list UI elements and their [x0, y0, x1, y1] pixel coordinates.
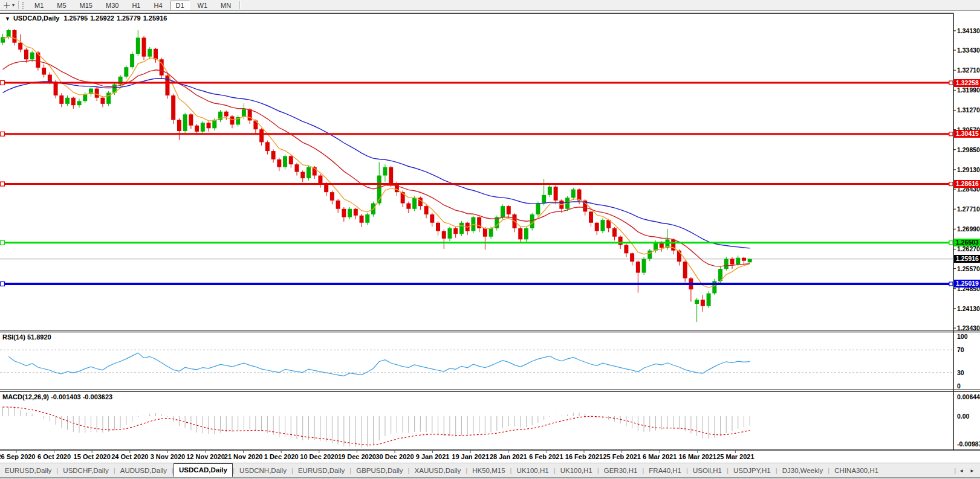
price-axis-label: 1.26270: [957, 245, 980, 252]
candle: [253, 120, 258, 133]
candle: [277, 158, 281, 171]
candle: [518, 227, 522, 243]
candle: [65, 95, 70, 106]
rsi-axis-label: 30: [957, 369, 964, 376]
candle: [595, 222, 599, 235]
candle: [106, 91, 111, 106]
macd-axis-label: 0.00: [957, 413, 969, 420]
candle: [600, 218, 605, 233]
tab-scroll-left-icon[interactable]: ◄: [956, 467, 967, 475]
candle: [671, 239, 675, 255]
candle: [430, 213, 434, 227]
candle: [689, 277, 693, 301]
price-level-badge: 1.30415: [954, 130, 980, 138]
symbol-tab-dj30[interactable]: DJ30,Weekly: [777, 464, 828, 477]
level-line-handle[interactable]: [1, 240, 5, 245]
price-axis-label: 1.29130: [957, 166, 980, 173]
candle: [624, 244, 628, 257]
macd-axis-label: 0.006444: [957, 393, 980, 400]
symbol-tab-ger30[interactable]: GER30,H1: [599, 464, 643, 477]
symbol-tab-uk100[interactable]: UK100,H1: [512, 464, 554, 477]
candle: [177, 118, 181, 140]
tab-scroll-right-icon[interactable]: ►: [967, 467, 978, 475]
candles-layer: [1, 29, 752, 322]
symbol-tab-xauusd[interactable]: XAUUSD,Daily: [410, 464, 466, 477]
current-price-badge: 1.25916: [954, 255, 980, 263]
candle: [707, 291, 711, 308]
candle: [154, 48, 158, 63]
candle: [7, 29, 11, 39]
tab-scroll-arrows: | ◄ ►: [950, 463, 978, 478]
candle: [165, 74, 169, 98]
symbol-period-label: USDCAD,Daily: [13, 14, 59, 22]
candle: [236, 115, 240, 126]
level-lines-layer: [0, 81, 953, 286]
candle: [183, 113, 187, 133]
level-line-handle[interactable]: [1, 132, 5, 136]
symbol-tab-gbpusd[interactable]: GBPUSD,Daily: [351, 464, 407, 477]
candle: [495, 216, 499, 231]
candle: [89, 86, 93, 97]
candle: [1, 34, 5, 45]
candle: [695, 298, 699, 322]
candle: [548, 185, 552, 197]
symbol-tab-hk50[interactable]: HK50,M15: [467, 464, 510, 477]
symbol-tab-audusd[interactable]: AUDUSD,Daily: [115, 464, 172, 477]
macd-axis-label: -0.009871: [957, 440, 980, 448]
candle: [342, 207, 346, 222]
candle: [24, 48, 28, 63]
candle: [271, 149, 276, 162]
candle: [712, 279, 716, 295]
symbol-tab-eurusd[interactable]: EURUSD,Daily: [0, 464, 56, 477]
close-value: 1.25916: [143, 14, 167, 22]
candle: [307, 166, 311, 181]
level-line-anchor: [949, 81, 953, 85]
candle: [612, 227, 617, 240]
candle: [259, 128, 264, 146]
symbol-tab-usdchf[interactable]: USDCHF,Daily: [58, 464, 113, 477]
rsi-axis-label: 100: [957, 333, 968, 340]
rsi-layer: [0, 350, 953, 376]
candle: [571, 188, 576, 200]
macd-layer: [3, 407, 750, 448]
chart-canvas[interactable]: [0, 0, 980, 463]
symbol-tab-fra40[interactable]: FRA40,H1: [644, 464, 686, 477]
candle: [589, 211, 593, 227]
symbol-tab-eurusd[interactable]: EURUSD,Daily: [293, 464, 349, 477]
candle: [42, 65, 46, 78]
candle: [459, 221, 464, 236]
open-value: 1.25795: [63, 14, 88, 22]
collapse-icon[interactable]: ▼: [5, 16, 10, 22]
candle: [171, 94, 175, 124]
symbol-tab-usdcad-active[interactable]: USDCAD,Daily: [174, 463, 233, 477]
candle: [12, 29, 16, 45]
symbol-tab-usdjpy[interactable]: USDJPY,H1: [729, 464, 776, 477]
level-line-handle[interactable]: [1, 281, 5, 286]
symbol-tab-uk100[interactable]: UK100,H1: [556, 464, 597, 477]
price-axis-label: 1.26990: [957, 225, 980, 233]
candle: [283, 155, 287, 170]
candle: [189, 114, 193, 129]
candle: [59, 93, 63, 107]
candle: [230, 115, 234, 128]
level-line-handle[interactable]: [1, 182, 5, 186]
candle: [718, 266, 722, 283]
candle: [507, 205, 511, 218]
level-line-anchor: [949, 182, 953, 186]
chart-tab-bar: EURUSD,Daily|USDCHF,Daily|AUDUSD,Daily|U…: [0, 463, 980, 478]
price-axis-label: 1.34130: [957, 27, 980, 34]
symbol-tab-usoil[interactable]: USOil,H1: [688, 464, 727, 477]
candle: [130, 51, 134, 69]
candle: [330, 190, 334, 204]
symbol-tab-usdcnh[interactable]: USDCNH,Daily: [235, 464, 291, 477]
candle: [683, 260, 687, 282]
symbol-tab-china300[interactable]: CHINA300,H1: [829, 464, 883, 477]
price-level-badge: 1.25019: [954, 280, 980, 288]
price-axis-label: 1.31990: [957, 86, 980, 94]
candle: [207, 121, 211, 132]
candle: [160, 58, 164, 79]
level-line-handle[interactable]: [1, 81, 5, 85]
rsi-axis-label: 70: [957, 346, 964, 353]
candle: [524, 227, 528, 242]
candle: [201, 121, 205, 133]
